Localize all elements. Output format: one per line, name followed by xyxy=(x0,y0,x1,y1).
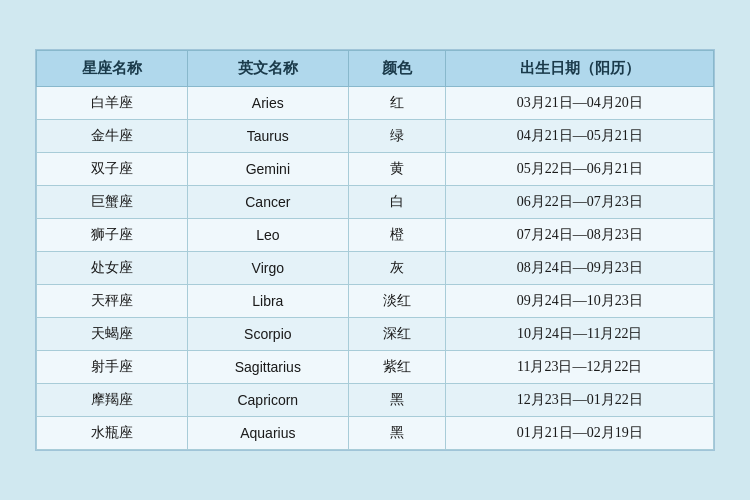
cell-color: 黑 xyxy=(349,384,446,417)
cell-chinese: 射手座 xyxy=(37,351,188,384)
cell-color: 白 xyxy=(349,186,446,219)
cell-color: 黑 xyxy=(349,417,446,450)
cell-date: 09月24日—10月23日 xyxy=(446,285,714,318)
cell-chinese: 天秤座 xyxy=(37,285,188,318)
cell-english: Gemini xyxy=(187,153,348,186)
cell-chinese: 摩羯座 xyxy=(37,384,188,417)
cell-color: 灰 xyxy=(349,252,446,285)
cell-chinese: 狮子座 xyxy=(37,219,188,252)
cell-english: Sagittarius xyxy=(187,351,348,384)
zodiac-table: 星座名称 英文名称 颜色 出生日期（阳历） 白羊座Aries红03月21日—04… xyxy=(36,50,714,450)
cell-chinese: 金牛座 xyxy=(37,120,188,153)
cell-date: 07月24日—08月23日 xyxy=(446,219,714,252)
cell-date: 11月23日—12月22日 xyxy=(446,351,714,384)
table-header-row: 星座名称 英文名称 颜色 出生日期（阳历） xyxy=(37,51,714,87)
table-row: 狮子座Leo橙07月24日—08月23日 xyxy=(37,219,714,252)
cell-english: Scorpio xyxy=(187,318,348,351)
cell-date: 05月22日—06月21日 xyxy=(446,153,714,186)
cell-chinese: 处女座 xyxy=(37,252,188,285)
cell-english: Cancer xyxy=(187,186,348,219)
cell-chinese: 双子座 xyxy=(37,153,188,186)
cell-english: Capricorn xyxy=(187,384,348,417)
table-row: 射手座Sagittarius紫红11月23日—12月22日 xyxy=(37,351,714,384)
cell-date: 10月24日—11月22日 xyxy=(446,318,714,351)
cell-chinese: 水瓶座 xyxy=(37,417,188,450)
table-body: 白羊座Aries红03月21日—04月20日金牛座Taurus绿04月21日—0… xyxy=(37,87,714,450)
cell-color: 淡红 xyxy=(349,285,446,318)
table-row: 双子座Gemini黄05月22日—06月21日 xyxy=(37,153,714,186)
cell-date: 03月21日—04月20日 xyxy=(446,87,714,120)
cell-color: 红 xyxy=(349,87,446,120)
cell-english: Leo xyxy=(187,219,348,252)
cell-color: 黄 xyxy=(349,153,446,186)
col-header-chinese: 星座名称 xyxy=(37,51,188,87)
cell-date: 12月23日—01月22日 xyxy=(446,384,714,417)
cell-date: 06月22日—07月23日 xyxy=(446,186,714,219)
cell-english: Virgo xyxy=(187,252,348,285)
cell-chinese: 天蝎座 xyxy=(37,318,188,351)
table-row: 水瓶座Aquarius黑01月21日—02月19日 xyxy=(37,417,714,450)
cell-date: 08月24日—09月23日 xyxy=(446,252,714,285)
cell-english: Aquarius xyxy=(187,417,348,450)
cell-english: Libra xyxy=(187,285,348,318)
cell-chinese: 巨蟹座 xyxy=(37,186,188,219)
cell-color: 绿 xyxy=(349,120,446,153)
table-row: 天蝎座Scorpio深红10月24日—11月22日 xyxy=(37,318,714,351)
table-row: 巨蟹座Cancer白06月22日—07月23日 xyxy=(37,186,714,219)
table-row: 白羊座Aries红03月21日—04月20日 xyxy=(37,87,714,120)
col-header-date: 出生日期（阳历） xyxy=(446,51,714,87)
cell-date: 04月21日—05月21日 xyxy=(446,120,714,153)
cell-english: Aries xyxy=(187,87,348,120)
col-header-color: 颜色 xyxy=(349,51,446,87)
col-header-english: 英文名称 xyxy=(187,51,348,87)
cell-color: 深红 xyxy=(349,318,446,351)
cell-color: 紫红 xyxy=(349,351,446,384)
cell-english: Taurus xyxy=(187,120,348,153)
cell-chinese: 白羊座 xyxy=(37,87,188,120)
table-row: 摩羯座Capricorn黑12月23日—01月22日 xyxy=(37,384,714,417)
table-row: 金牛座Taurus绿04月21日—05月21日 xyxy=(37,120,714,153)
table-row: 处女座Virgo灰08月24日—09月23日 xyxy=(37,252,714,285)
cell-date: 01月21日—02月19日 xyxy=(446,417,714,450)
table-row: 天秤座Libra淡红09月24日—10月23日 xyxy=(37,285,714,318)
zodiac-table-container: 星座名称 英文名称 颜色 出生日期（阳历） 白羊座Aries红03月21日—04… xyxy=(35,49,715,451)
cell-color: 橙 xyxy=(349,219,446,252)
